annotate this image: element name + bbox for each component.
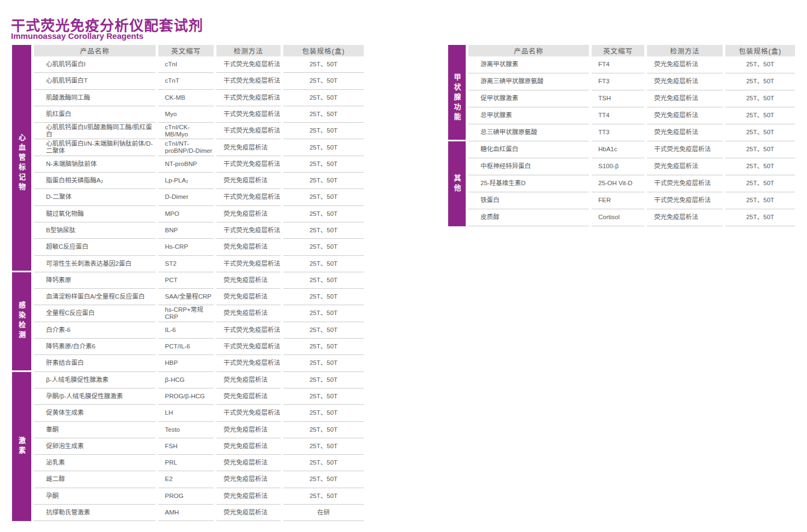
cell-detection-method: 荧光免疫层析法 (216, 239, 281, 255)
cell-product-name: 泌乳素 (34, 455, 156, 471)
cell-product-name: 心肌肌钙蛋白I (34, 56, 156, 73)
cell-detection-method: 干式荧光免疫层析法 (216, 256, 281, 272)
cell-english-abbr: FT4 (592, 56, 644, 73)
cell-detection-method: 干式荧光免疫层析法 (216, 189, 281, 205)
cell-product-name: 白介素-6 (34, 322, 156, 339)
category-label: 心血管标记物 (16, 134, 27, 193)
cell-product-name: 超敏C反应蛋白 (34, 239, 156, 255)
cell-detection-method: 荧光免疫层析法 (216, 455, 281, 471)
cell-package-spec: 25T、50T (283, 289, 364, 305)
cell-product-name: 降钙素原/白介素6 (34, 339, 156, 355)
cell-english-abbr: PROG/β-HCG (158, 388, 214, 405)
cell-detection-method: 荧光免疫层析法 (647, 90, 723, 107)
cell-english-abbr: LH (158, 405, 214, 421)
cell-package-spec: 25T、50T (283, 56, 364, 73)
cell-product-name: 血清淀粉样蛋白A/全量程C反应蛋白 (34, 289, 156, 305)
cell-english-abbr: S100-β (592, 158, 644, 175)
cell-detection-method: 荧光免疫层析法 (216, 173, 281, 189)
cell-english-abbr: TSH (592, 90, 644, 107)
table-row: N-末端脑钠肽前体NT-proBNP干式荧光免疫层析法25T、50T (34, 156, 364, 173)
cell-detection-method: 干式荧光免疫层析法 (647, 175, 723, 192)
cell-detection-method: 荧光免疫层析法 (216, 505, 281, 521)
category-label: 甲状腺功能 (452, 73, 462, 123)
cell-product-name: 孕酮 (34, 488, 156, 505)
cell-package-spec: 25T、50T (283, 422, 364, 438)
cell-package-spec: 25T、50T (283, 471, 364, 488)
cell-detection-method: 干式荧光免疫层析法 (216, 322, 281, 339)
table-header-row: 产品名称英文缩写检测方法包装规格(盒) (12, 45, 364, 56)
cell-detection-method: 荧光免疫层析法 (216, 372, 281, 388)
column-header: 检测方法 (647, 45, 723, 56)
cell-product-name: β-人绒毛膜促性腺激素 (34, 372, 156, 388)
table-row: 血清淀粉样蛋白A/全量程C反应蛋白SAA/全量程CRP荧光免疫层析法25T、50… (34, 289, 364, 305)
table-row: 皮质醇Cortisol荧光免疫层析法25T、50T (468, 209, 795, 226)
cell-detection-method: 干式荧光免疫层析法 (216, 90, 281, 106)
cell-product-name: 可溶性生长刺激表达基因2蛋白 (34, 256, 156, 272)
table-row: 降钙素原/白介素6PCT/IL-6干式荧光免疫层析法25T、50T (34, 339, 364, 355)
cell-package-spec: 25T、50T (725, 107, 795, 124)
cell-package-spec: 25T、50T (283, 355, 364, 371)
cell-english-abbr: MPO (158, 206, 214, 222)
cell-detection-method: 荧光免疫层析法 (216, 471, 281, 488)
category-label: 感染检测 (16, 301, 27, 341)
cell-detection-method: 干式荧光免疫层析法 (216, 222, 281, 239)
cell-package-spec: 25T、50T (283, 322, 364, 339)
cell-product-name: 雌二醇 (34, 471, 156, 488)
cell-detection-method: 荧光免疫层析法 (647, 124, 723, 141)
cell-english-abbr: CK-MB (158, 90, 214, 106)
cell-english-abbr: PROG (158, 488, 214, 505)
table-row: 心肌肌钙蛋白TcTnT干式荧光免疫层析法25T、50T (34, 73, 364, 89)
column-header: 英文缩写 (158, 45, 214, 56)
cell-package-spec: 25T、50T (283, 488, 364, 505)
cell-product-name: 心肌肌钙蛋白I/N-末端脑利钠肽前体/D-二聚体 (34, 139, 156, 156)
cell-package-spec: 25T、50T (283, 388, 364, 405)
cell-package-spec: 25T、50T (725, 209, 795, 226)
cell-package-spec: 25T、50T (283, 73, 364, 89)
table-row: β-人绒毛膜促性腺激素β-HCG荧光免疫层析法25T、50T (34, 372, 364, 388)
table-row: 泌乳素PRL荧光免疫层析法25T、50T (34, 455, 364, 471)
table-row: 降钙素原PCT荧光免疫层析法25T、50T (34, 272, 364, 289)
table-section: 其他糖化血红蛋白HbA1c干式荧光免疫层析法25T、50T中枢神经特异蛋白S10… (448, 141, 795, 226)
cell-package-spec: 25T、50T (725, 175, 795, 192)
cell-detection-method: 干式荧光免疫层析法 (216, 56, 281, 73)
table-row: 白介素-6IL-6干式荧光免疫层析法25T、50T (34, 322, 364, 339)
cell-detection-method: 干式荧光免疫层析法 (647, 192, 723, 209)
cell-product-name: 游离三碘甲状腺原氨酸 (468, 73, 589, 90)
cell-english-abbr: AMH (158, 505, 214, 521)
table-row: 中枢神经特异蛋白S100-β荧光免疫层析法25T、50T (468, 158, 795, 175)
category-cell: 其他 (448, 141, 466, 226)
table-row: 心肌肌钙蛋白I/N-末端脑利钠肽前体/D-二聚体cTnI/NT-proBNP/D… (34, 139, 364, 156)
table-row: 促黄体生成素LH干式荧光免疫层析法25T、50T (34, 405, 364, 421)
cell-product-name: 睾酮 (34, 422, 156, 438)
cell-package-spec: 25T、50T (283, 173, 364, 189)
cell-english-abbr: E2 (158, 471, 214, 488)
cell-english-abbr: cTnI/NT-proBNP/D-Dimer (158, 139, 214, 156)
table-row: 促卵泡生成素FSH荧光免疫层析法25T、50T (34, 438, 364, 455)
cell-package-spec: 25T、50T (283, 139, 364, 156)
cell-detection-method: 荧光免疫层析法 (216, 388, 281, 405)
cell-product-name: 降钙素原 (34, 272, 156, 289)
cell-package-spec: 25T、50T (725, 56, 795, 73)
table-row: 孕酮/β-人绒毛膜促性腺激素PROG/β-HCG荧光免疫层析法25T、50T (34, 388, 364, 405)
cell-english-abbr: β-HCG (158, 372, 214, 388)
cell-english-abbr: hs-CRP+常规 CRP (158, 305, 214, 322)
cell-package-spec: 25T、50T (725, 141, 795, 158)
cell-package-spec: 25T、50T (283, 123, 364, 139)
cell-english-abbr: TT3 (592, 124, 644, 141)
table-row: 促甲状腺激素TSH荧光免疫层析法25T、50T (468, 90, 795, 107)
table-row: 25-羟基维生素D25-OH Vit-D干式荧光免疫层析法25T、50T (468, 175, 795, 192)
page-subtitle: Immunoassay Corollary Reagents (11, 31, 144, 41)
cell-package-spec: 25T、50T (283, 90, 364, 106)
cell-package-spec: 25T、50T (283, 106, 364, 123)
cell-english-abbr: cTnI (158, 56, 214, 73)
cell-english-abbr: FER (592, 192, 644, 209)
table-row: 可溶性生长刺激表达基因2蛋白ST2干式荧光免疫层析法25T、50T (34, 256, 364, 272)
section-rows: β-人绒毛膜促性腺激素β-HCG荧光免疫层析法25T、50T孕酮/β-人绒毛膜促… (34, 372, 364, 522)
cell-product-name: 总三碘甲状腺原氨酸 (468, 124, 589, 141)
table-row: 游离甲状腺素FT4荧光免疫层析法25T、50T (468, 56, 795, 73)
cell-package-spec: 25T、50T (725, 192, 795, 209)
table-section: 心血管标记物心肌肌钙蛋白IcTnI干式荧光免疫层析法25T、50T心肌肌钙蛋白T… (12, 56, 364, 272)
table-row: 肌酸激酶同工酶CK-MB干式荧光免疫层析法25T、50T (34, 90, 364, 106)
cell-english-abbr: Lp-PLA₂ (158, 173, 214, 189)
column-header: 产品名称 (468, 45, 589, 56)
